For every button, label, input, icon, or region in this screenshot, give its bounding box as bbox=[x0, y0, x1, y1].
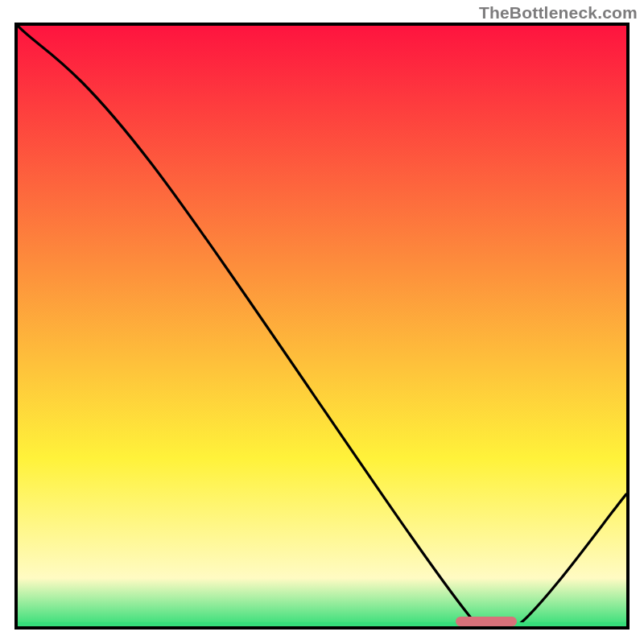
watermark-text: TheBottleneck.com bbox=[479, 3, 638, 23]
chart-curve bbox=[18, 26, 626, 626]
chart-container: TheBottleneck.com bbox=[0, 0, 644, 644]
optimal-zone-marker bbox=[456, 617, 517, 626]
chart-baseline bbox=[18, 622, 626, 626]
chart-plot-area bbox=[14, 23, 630, 630]
